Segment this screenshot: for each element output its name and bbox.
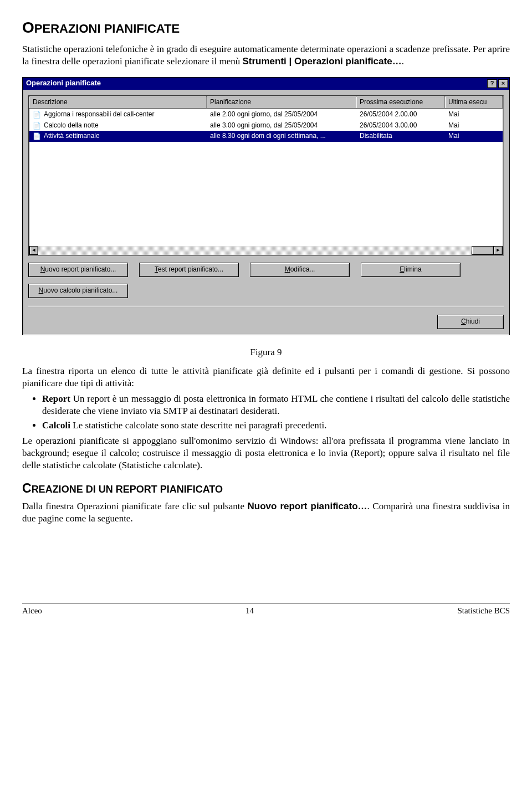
cell-next: 26/05/2004 3.00.00	[356, 121, 445, 131]
cell-plan: alle 8.30 ogni dom di ogni settimana, ..…	[207, 131, 356, 141]
task-icon: 📄	[33, 111, 43, 119]
cell-next: Disabilitata	[356, 131, 445, 141]
cell-desc: 📄Aggiorna i responsabili del call-center	[29, 110, 207, 120]
scroll-left-icon[interactable]: ◄	[29, 246, 38, 255]
cell-last: Mai	[445, 131, 503, 141]
list-frame: Descrizione Pianificazione Prossima esec…	[28, 95, 504, 256]
modifica-button[interactable]: Modifica...	[250, 263, 350, 277]
table-row[interactable]: 📄Attività settimanalealle 8.30 ogni dom …	[29, 131, 503, 142]
cell-plan: alle 2.00 ogni giorno, dal 25/05/2004	[207, 110, 356, 120]
nuovo-calcolo-button[interactable]: Nuovo calcolo pianificato...	[28, 284, 128, 298]
scroll-right-icon[interactable]: ►	[494, 246, 503, 255]
para-3: Le operazioni pianificate si appoggiano …	[22, 435, 510, 472]
sec2-rest: REAZIONE DI UN REPORT PIANIFICATO	[32, 484, 223, 495]
para4-pre: Dalla finestra Operazioni pianificate fa…	[22, 501, 248, 511]
intro-paragraph: Statistiche operazioni telefoniche è in …	[22, 43, 510, 68]
nuovo-report-button[interactable]: Nuovo report pianificato...	[28, 263, 128, 277]
col-header-next[interactable]: Prossima esecuzione	[356, 96, 445, 109]
cell-last: Mai	[445, 110, 503, 120]
title-cap: O	[22, 19, 34, 36]
help-button[interactable]: ?	[487, 79, 497, 88]
list-item: Calcoli Le statistiche calcolate sono st…	[42, 419, 510, 432]
para4-button-ref: Nuovo report pianificato…	[248, 501, 367, 511]
col-header-plan[interactable]: Pianificazione	[207, 96, 356, 109]
scroll-thumb[interactable]	[472, 246, 494, 255]
intro-end: .	[402, 56, 404, 66]
cell-last: Mai	[445, 121, 503, 131]
page-title: OPERAZIONI PIANIFICATE	[22, 18, 510, 38]
dialog-window: Operazioni pianificate ? × Descrizione P…	[22, 77, 510, 335]
cell-plan: alle 3.00 ogni giorno, dal 25/05/2004	[207, 121, 356, 131]
list-header: Descrizione Pianificazione Prossima esec…	[29, 96, 503, 110]
col-header-desc[interactable]: Descrizione	[29, 96, 207, 109]
sec2-cap: C	[22, 481, 32, 495]
section-heading-2: CREAZIONE DI UN REPORT PIANIFICATO	[22, 480, 510, 497]
cell-desc: 📄Attività settimanale	[29, 131, 207, 141]
para-4: Dalla finestra Operazioni pianificate fa…	[22, 500, 510, 525]
dialog-titlebar: Operazioni pianificate ? ×	[23, 78, 509, 90]
table-row[interactable]: 📄Aggiorna i responsabili del call-center…	[29, 109, 503, 120]
table-row[interactable]: 📄Calcolo della nottealle 3.00 ogni giorn…	[29, 120, 503, 131]
dialog-title: Operazioni pianificate	[24, 79, 486, 88]
figure-caption: Figura 9	[22, 346, 510, 359]
bullet-term: Calcoli	[42, 420, 70, 431]
task-icon: 📄	[33, 132, 43, 140]
divider	[28, 306, 504, 307]
button-row-1: Nuovo report pianificato... Test report …	[28, 263, 504, 277]
chiudi-button[interactable]: Chiudi	[437, 315, 504, 329]
scroll-track[interactable]	[38, 246, 494, 255]
dialog-body: Descrizione Pianificazione Prossima esec…	[23, 90, 509, 335]
elimina-button[interactable]: Elimina	[361, 263, 461, 277]
button-row-3: Chiudi	[28, 315, 504, 329]
horizontal-scrollbar[interactable]: ◄ ►	[29, 246, 503, 255]
close-button[interactable]: ×	[498, 79, 508, 88]
bullet-term: Report	[42, 393, 70, 404]
col-header-last[interactable]: Ultima esecu	[445, 96, 503, 109]
cell-next: 26/05/2004 2.00.00	[356, 110, 445, 120]
list-item: Report Un report è un messaggio di posta…	[42, 393, 510, 417]
menu-path: Strumenti | Operazioni pianificate…	[242, 56, 401, 66]
footer-center: 14	[245, 606, 254, 617]
para-2: La finestra riporta un elenco di tutte l…	[22, 365, 510, 390]
title-rest: PERAZIONI PIANIFICATE	[34, 22, 180, 35]
button-row-2: Nuovo calcolo pianificato...	[28, 284, 504, 298]
task-icon: 📄	[33, 122, 43, 130]
test-report-button[interactable]: Test report pianificato...	[139, 263, 239, 277]
footer-left: Alceo	[22, 606, 42, 617]
bullet-list: Report Un report è un messaggio di posta…	[42, 393, 510, 432]
bullet-text: Un report è un messaggio di posta elettr…	[42, 393, 510, 416]
page-footer: Alceo 14 Statistiche BCS	[22, 603, 510, 617]
bullet-text: Le statistiche calcolate sono state desc…	[70, 420, 327, 431]
footer-right: Statistiche BCS	[457, 606, 510, 617]
cell-desc: 📄Calcolo della notte	[29, 121, 207, 131]
